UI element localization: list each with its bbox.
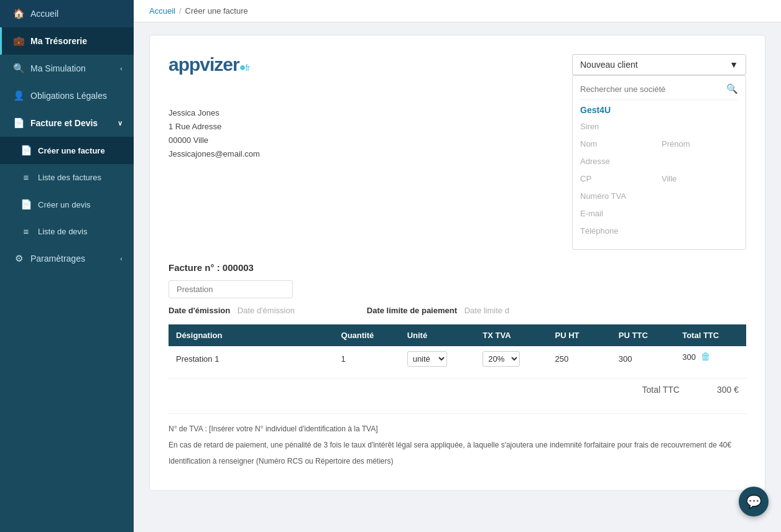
main-content: Accueil / Créer une facture appvizer●fr … bbox=[134, 0, 781, 532]
sender-address: 1 Rue Adresse bbox=[169, 120, 260, 134]
footer-note-2: En cas de retard de paiement, une pénali… bbox=[169, 439, 746, 451]
footer-notes: N° de TVA : [Insérer votre N° individuel… bbox=[169, 413, 746, 467]
sidebar-item-label: Obligations Légales bbox=[30, 91, 107, 101]
invoice-card: appvizer●fr Jessica Jones 1 Rue Adresse … bbox=[149, 35, 765, 491]
cell-total-ttc: 300 🗑 bbox=[675, 346, 746, 367]
sidebar-item-tresorerie[interactable]: 💼 Ma Trésorerie bbox=[0, 27, 134, 55]
total-ttc-value: 300 bbox=[682, 352, 696, 362]
telephone-field[interactable] bbox=[580, 224, 738, 238]
client-dropdown[interactable]: Nouveau client ▼ bbox=[572, 54, 746, 75]
tva-field[interactable] bbox=[580, 190, 738, 203]
sidebar-item-label: Paramètrages bbox=[30, 254, 85, 264]
gear-icon: ⚙ bbox=[13, 253, 24, 264]
col-pu-ttc: PU TTC bbox=[611, 324, 675, 346]
tva-select[interactable]: 20% 10% 5.5% 0% bbox=[483, 351, 520, 367]
sidebar-item-accueil[interactable]: 🏠 Accueil bbox=[0, 0, 134, 27]
unite-select[interactable]: unité heure jour bbox=[407, 351, 447, 367]
sidebar-item-label: Accueil bbox=[30, 9, 58, 19]
cell-pu-ttc bbox=[611, 346, 675, 372]
chat-button[interactable]: 💬 bbox=[739, 487, 769, 516]
doc-icon: 📄 bbox=[13, 117, 24, 129]
sender-email: Jessicajones@email.com bbox=[169, 147, 260, 161]
chevron-icon: ‹ bbox=[120, 65, 122, 72]
sidebar-item-label: Créer une facture bbox=[38, 146, 105, 155]
col-pu-ht: PU HT bbox=[548, 324, 611, 346]
doc-sub-icon: 📄 bbox=[21, 145, 32, 156]
col-unite: Unité bbox=[400, 324, 476, 346]
logo-dark: appvizer bbox=[169, 54, 239, 75]
cell-pu-ht bbox=[548, 346, 611, 372]
ville-field[interactable] bbox=[662, 172, 738, 186]
pu-ht-input[interactable] bbox=[555, 354, 586, 364]
table-header: Désignation Quantité Unité TX TVA PU HT … bbox=[169, 324, 746, 346]
logo-area: appvizer●fr bbox=[169, 54, 260, 75]
quantite-input[interactable] bbox=[341, 354, 360, 364]
sender-name: Jessica Jones bbox=[169, 106, 260, 120]
total-section: Total TTC 300 € bbox=[169, 378, 746, 401]
sidebar-item-creer-facture[interactable]: 📄 Créer une facture bbox=[0, 137, 134, 164]
date-paiement-group: Date limite de paiement bbox=[367, 306, 569, 316]
logo: appvizer●fr bbox=[169, 54, 260, 75]
tva-row bbox=[580, 190, 738, 203]
breadcrumb-current: Créer une facture bbox=[185, 6, 248, 16]
delete-row-icon[interactable]: 🗑 bbox=[701, 351, 711, 362]
sidebar-item-label: Facture et Devis bbox=[30, 118, 98, 128]
page-content: appvizer●fr Jessica Jones 1 Rue Adresse … bbox=[134, 22, 781, 503]
date-emission-input[interactable] bbox=[238, 306, 342, 316]
invoice-top: appvizer●fr Jessica Jones 1 Rue Adresse … bbox=[169, 54, 746, 250]
telephone-row bbox=[580, 224, 738, 238]
adresse-row bbox=[580, 155, 738, 168]
cell-tx-tva: 20% 10% 5.5% 0% bbox=[475, 346, 547, 372]
table-body: unité heure jour 20% 10% 5.5% 0% bbox=[169, 346, 746, 372]
sidebar: 🏠 Accueil 💼 Ma Trésorerie 🔍 Ma Simulatio… bbox=[0, 0, 134, 532]
cell-designation bbox=[169, 346, 334, 372]
sidebar-item-obligations[interactable]: 👤 Obligations Légales bbox=[0, 82, 134, 109]
cp-field[interactable] bbox=[580, 172, 657, 186]
pu-ttc-input[interactable] bbox=[619, 354, 650, 364]
chevron-param-icon: ‹ bbox=[120, 255, 122, 262]
client-dropdown-label: Nouveau client bbox=[580, 60, 638, 70]
date-paiement-input[interactable] bbox=[464, 306, 569, 316]
invoice-table: Désignation Quantité Unité TX TVA PU HT … bbox=[169, 324, 746, 372]
sidebar-item-factures[interactable]: 📄 Facture et Devis ∨ bbox=[0, 109, 134, 137]
footer-note-3: Identification à renseigner (Numéro RCS … bbox=[169, 456, 746, 467]
home-icon: 🏠 bbox=[13, 8, 24, 19]
breadcrumb-home[interactable]: Accueil bbox=[149, 6, 175, 16]
designation-input[interactable] bbox=[176, 354, 326, 364]
nom-field[interactable] bbox=[580, 137, 657, 151]
date-emission-group: Date d'émission bbox=[169, 306, 342, 316]
sender-info: Jessica Jones 1 Rue Adresse 00000 Ville … bbox=[169, 106, 260, 161]
date-emission-label: Date d'émission bbox=[169, 306, 230, 315]
nom-prenom-row bbox=[580, 137, 738, 151]
adresse-field[interactable] bbox=[580, 155, 738, 168]
search-icon: 🔍 bbox=[13, 63, 24, 74]
sender-city: 00000 Ville bbox=[169, 134, 260, 147]
sidebar-item-label: Ma Trésorerie bbox=[30, 36, 87, 46]
siren-field[interactable] bbox=[580, 120, 738, 134]
invoice-left: appvizer●fr Jessica Jones 1 Rue Adresse … bbox=[169, 54, 260, 161]
date-paiement-label: Date limite de paiement bbox=[367, 306, 457, 315]
list-devis-icon: ≡ bbox=[21, 226, 32, 237]
col-quantite: Quantité bbox=[334, 324, 400, 346]
breadcrumb: Accueil / Créer une facture bbox=[134, 0, 781, 22]
sidebar-item-liste-devis[interactable]: ≡ Liste de devis bbox=[0, 218, 134, 245]
sidebar-item-label: Ma Simulation bbox=[30, 63, 86, 73]
siren-row bbox=[580, 120, 738, 134]
sidebar-item-parametrages[interactable]: ⚙ Paramètrages ‹ bbox=[0, 245, 134, 272]
col-designation: Désignation bbox=[169, 324, 334, 346]
sidebar-item-simulation[interactable]: 🔍 Ma Simulation ‹ bbox=[0, 55, 134, 82]
col-tx-tva: TX TVA bbox=[475, 324, 547, 346]
logo-accent: ● bbox=[239, 61, 246, 73]
sidebar-item-creer-devis[interactable]: 📄 Créer un devis bbox=[0, 191, 134, 218]
sidebar-item-liste-factures[interactable]: ≡ Liste des factures bbox=[0, 164, 134, 191]
search-magnifier-icon: 🔍 bbox=[726, 83, 738, 94]
prestation-input[interactable] bbox=[169, 280, 293, 298]
client-section: Nouveau client ▼ 🔍 Gest4U bbox=[572, 54, 746, 250]
search-input[interactable] bbox=[580, 85, 726, 94]
sidebar-item-label: Liste des factures bbox=[38, 173, 101, 182]
company-name: Gest4U bbox=[580, 105, 738, 115]
col-total-ttc: Total TTC bbox=[675, 324, 746, 346]
cell-unite: unité heure jour bbox=[400, 346, 476, 372]
email-field[interactable] bbox=[580, 207, 738, 221]
prenom-field[interactable] bbox=[662, 137, 738, 151]
